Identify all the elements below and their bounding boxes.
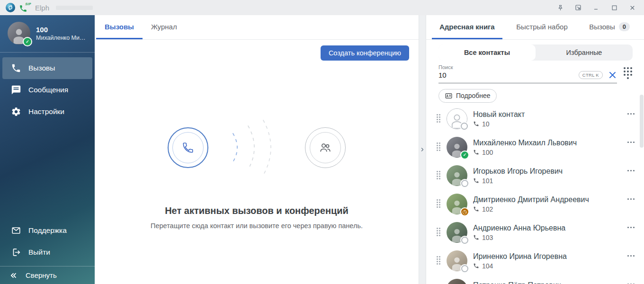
sidebar-item-messages[interactable]: Сообщения xyxy=(2,79,92,101)
more-icon[interactable] xyxy=(626,168,637,174)
app-window: SIP Elph xyxy=(0,0,644,284)
minimize-button[interactable] xyxy=(589,1,603,14)
tab-calls-right[interactable]: Вызовы 0 xyxy=(581,15,637,39)
status-badge xyxy=(461,208,468,215)
titlebar-left: SIP Elph xyxy=(6,2,93,13)
filter-favorites[interactable]: Избранные xyxy=(536,44,633,61)
contact-row[interactable]: Игорьков Игорь Игоревич 101 xyxy=(426,161,644,190)
contact-row[interactable]: Андриенко Анна Юрьевна 103 xyxy=(426,218,644,247)
contact-number-row: 103 xyxy=(473,234,626,241)
filter-all-contacts[interactable]: Все контакты xyxy=(438,44,536,61)
user-avatar xyxy=(8,22,30,44)
avatar xyxy=(447,165,467,186)
contact-info: Петренко Пётр Петрович xyxy=(473,281,626,284)
more-icon[interactable] xyxy=(626,140,637,145)
tab-address-book[interactable]: Адресная книга xyxy=(432,15,502,39)
more-icon[interactable] xyxy=(626,196,637,202)
phone-icon xyxy=(11,63,21,73)
right-panel-tabbar: Адресная книга Быстрый набор Вызовы 0 xyxy=(426,15,644,40)
main-area: Вызовы Журнал Создать конференцию xyxy=(95,15,419,284)
sidebar-item-label: Вызовы xyxy=(28,64,55,72)
contact-row[interactable]: Новый контакт 10 xyxy=(426,105,644,133)
more-icon[interactable] xyxy=(626,253,637,259)
search-label: Поиск xyxy=(438,64,617,71)
contact-row[interactable]: Михайленко Михаил Львович 100 xyxy=(426,133,644,161)
contact-row[interactable]: Петренко Пётр Петрович xyxy=(426,275,644,284)
logout-icon xyxy=(11,247,21,257)
more-icon[interactable] xyxy=(626,282,637,284)
drag-handle-icon[interactable] xyxy=(437,228,441,237)
create-conference-button[interactable]: Создать конференцию xyxy=(321,45,409,61)
user-name: Михайленко Михаи… xyxy=(36,35,88,41)
sidebar-item-calls[interactable]: Вызовы xyxy=(2,57,92,79)
close-button[interactable] xyxy=(625,1,639,14)
contact-number: 104 xyxy=(482,262,493,270)
current-user[interactable]: 100 Михайленко Михаи… xyxy=(0,15,95,53)
contact-row[interactable]: Ириненко Ирина Игоревна 104 xyxy=(426,247,644,275)
contact-list: Новый контакт 10 Михай xyxy=(426,104,644,284)
sidebar-item-settings[interactable]: Настройки xyxy=(2,101,92,123)
right-panel: Адресная книга Быстрый набор Вызовы 0 Вс… xyxy=(426,15,644,284)
contact-info: Дмитриенко Дмитрий Андреевич 102 xyxy=(473,195,626,213)
signal-waves-icon xyxy=(228,119,285,176)
tab-label: Вызовы xyxy=(589,23,615,31)
contact-info: Игорьков Игорь Игоревич 101 xyxy=(473,167,626,185)
contact-name: Андриенко Анна Юрьевна xyxy=(473,223,626,233)
empty-state-title: Нет активных вызовов и конференций xyxy=(165,205,349,216)
sidebar-item-logout[interactable]: Выйти xyxy=(2,241,92,263)
contact-number: 101 xyxy=(482,177,493,185)
conference-circle xyxy=(305,127,346,168)
shortcut-chip: CTRL K xyxy=(579,71,603,79)
maximize-button[interactable] xyxy=(607,1,621,14)
contact-number-row: 104 xyxy=(473,262,626,270)
more-icon[interactable] xyxy=(626,111,637,117)
search-input[interactable]: Поиск 10 CTRL K xyxy=(438,63,617,83)
expand-panel-icon[interactable] xyxy=(420,146,425,153)
empty-state-graphic xyxy=(168,119,346,176)
snap-button[interactable] xyxy=(571,1,585,14)
sidebar-item-label: Настройки xyxy=(28,107,64,116)
details-label: Подробнее xyxy=(456,92,491,99)
window-controls xyxy=(553,1,639,14)
contact-number-row: 10 xyxy=(473,120,626,128)
dialpad-button[interactable] xyxy=(624,67,633,80)
avatar xyxy=(447,250,467,271)
empty-state-subtitle: Перетащите сюда контакт или вызовите его… xyxy=(151,222,363,230)
user-extension: 100 xyxy=(36,25,88,35)
drag-handle-icon[interactable] xyxy=(437,256,441,265)
drag-handle-icon[interactable] xyxy=(437,171,441,180)
contact-name: Дмитриенко Дмитрий Андреевич xyxy=(473,195,626,204)
drag-handle-icon[interactable] xyxy=(437,199,441,208)
contact-name: Новый контакт xyxy=(473,110,626,119)
avatar xyxy=(447,108,467,129)
pin-button[interactable] xyxy=(553,1,567,14)
titlebar: SIP Elph xyxy=(0,0,644,15)
phone-outline-icon xyxy=(182,142,194,154)
version-text-faint xyxy=(56,6,93,10)
contact-number: 102 xyxy=(482,205,493,213)
sidebar-collapse-button[interactable]: Свернуть xyxy=(0,266,95,284)
tab-calls[interactable]: Вызовы xyxy=(96,15,143,39)
app-logo-icon xyxy=(6,3,15,12)
drag-handle-icon[interactable] xyxy=(437,142,441,151)
collapse-label: Свернуть xyxy=(26,271,57,279)
tab-speed-dial[interactable]: Быстрый набор xyxy=(509,15,575,39)
contact-number-row: 101 xyxy=(473,177,626,185)
drag-handle-icon[interactable] xyxy=(437,114,441,123)
more-icon[interactable] xyxy=(626,225,637,231)
people-icon xyxy=(319,141,332,154)
clear-search-button[interactable] xyxy=(608,71,617,80)
sidebar-item-support[interactable]: Поддержка xyxy=(2,220,92,241)
tab-journal[interactable]: Журнал xyxy=(143,15,186,39)
contact-info: Ириненко Ирина Игоревна 104 xyxy=(473,252,626,270)
sidebar-item-label: Сообщения xyxy=(28,86,68,94)
clear-icon xyxy=(608,71,617,80)
details-button[interactable]: Подробнее xyxy=(438,89,497,103)
contact-row[interactable]: Дмитриенко Дмитрий Андреевич 102 xyxy=(426,190,644,218)
avatar xyxy=(447,194,467,214)
calls-count-badge: 0 xyxy=(619,22,630,31)
contact-name: Игорьков Игорь Игоревич xyxy=(473,167,626,176)
scrollbar-thumb[interactable] xyxy=(640,95,644,148)
sip-phone-icon: SIP xyxy=(19,2,30,13)
contact-name: Ириненко Ирина Игоревна xyxy=(473,252,626,261)
